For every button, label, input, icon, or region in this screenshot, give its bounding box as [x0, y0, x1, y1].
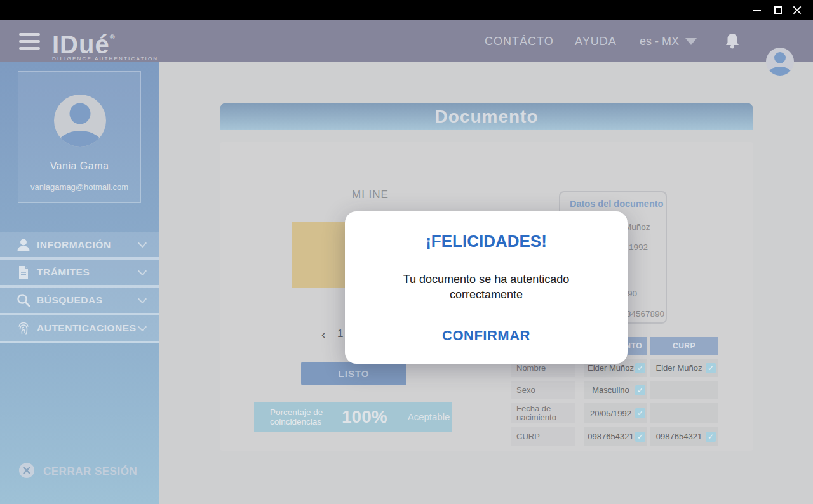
- sidebar-item-label: TRÁMITES: [37, 267, 139, 278]
- os-titlebar: [0, 0, 813, 20]
- curp-value-cell: 0987654321 ✓: [650, 427, 718, 446]
- user-avatar[interactable]: [766, 48, 794, 76]
- logo-title: IDué®: [52, 23, 158, 58]
- search-icon: [17, 293, 30, 307]
- pagination-prev-icon[interactable]: ‹: [321, 328, 325, 342]
- confirm-button[interactable]: CONFIRMAR: [345, 328, 628, 344]
- notifications-bell-icon[interactable]: [725, 33, 740, 50]
- document-data-value: 34567890: [626, 309, 664, 319]
- sidebar-item-tramites[interactable]: TRÁMITES: [0, 260, 159, 288]
- chevron-down-icon: [138, 322, 147, 331]
- caret-down-icon: [685, 38, 697, 45]
- checkbox-checked[interactable]: ✓: [635, 363, 645, 373]
- document-data-value: 1992: [629, 242, 648, 252]
- language-value: es - MX: [640, 35, 679, 48]
- success-modal: ¡FELICIDADES! Tu documento se ha autenti…: [345, 211, 628, 364]
- profile-card: Vania Gama vaniagamag@hotmail.com: [18, 71, 141, 203]
- sidebar: Vania Gama vaniagamag@hotmail.com INFORM…: [0, 62, 159, 504]
- row-label: CURP: [511, 427, 575, 446]
- document-data-value: Muñoz: [624, 222, 650, 232]
- close-circle-icon: [19, 463, 34, 481]
- checkbox-checked[interactable]: ✓: [635, 408, 645, 418]
- sidebar-item-label: BÚSQUEDAS: [37, 295, 139, 306]
- table-row: Fecha de nacimiento 20/05/1992 ✓ ✓: [511, 403, 718, 423]
- curp-value-cell: ✓: [650, 381, 718, 399]
- checkbox-checked[interactable]: ✓: [635, 385, 645, 395]
- listo-button[interactable]: LISTO: [301, 362, 406, 385]
- table-row: CURP 0987654321 ✓ 0987654321 ✓: [511, 427, 718, 446]
- document-data-title: Datos del documento: [570, 199, 697, 209]
- match-percentage-bar: Porcentaje de coincidencias 100% Aceptab…: [254, 402, 452, 432]
- modal-message: Tu documento se ha autenticado correctam…: [378, 272, 595, 302]
- doc-value-cell: Masculino ✓: [584, 381, 647, 399]
- minimize-icon: [753, 10, 761, 11]
- close-icon: [793, 6, 802, 15]
- curp-value-cell: ✓: [650, 403, 718, 423]
- sidebar-item-busquedas[interactable]: BÚSQUEDAS: [0, 288, 159, 315]
- match-label: Porcentaje de coincidencias: [270, 408, 330, 427]
- table-row: Sexo Masculino ✓ ✓: [511, 381, 718, 399]
- profile-avatar: [54, 95, 106, 147]
- match-status: Aceptable: [408, 411, 450, 422]
- row-label: Fecha de nacimiento: [511, 403, 575, 423]
- chevron-down-icon: [138, 239, 147, 248]
- maximize-icon: [774, 6, 782, 14]
- sidebar-item-informacion[interactable]: INFORMACIÓN: [0, 232, 159, 260]
- nav-help-link[interactable]: AYUDA: [575, 20, 617, 62]
- curp-value-cell: Eider Muñoz ✓: [650, 359, 718, 377]
- checkbox-checked[interactable]: ✓: [706, 432, 716, 442]
- chevron-down-icon: [138, 294, 147, 303]
- sidebar-item-label: AUTENTICACIONES: [37, 322, 139, 334]
- document-name-label: MI INE: [313, 189, 427, 201]
- menu-hamburger-icon[interactable]: [19, 33, 40, 50]
- pagination-page-number: 1: [337, 328, 343, 340]
- profile-name: Vania Gama: [18, 161, 140, 172]
- sidebar-item-autenticaciones[interactable]: AUTENTICACIONES: [0, 315, 159, 343]
- profile-email: vaniagamag@hotmail.com: [18, 182, 140, 192]
- doc-value-cell: 20/05/1992 ✓: [584, 403, 647, 423]
- row-label: Sexo: [511, 381, 575, 399]
- doc-value-cell: 0987654321 ✓: [584, 427, 647, 446]
- document-icon: [17, 265, 30, 279]
- checkbox-checked[interactable]: ✓: [706, 363, 716, 373]
- document-data-value: 90: [628, 289, 637, 298]
- column-header-curp: CURP: [650, 337, 718, 355]
- person-icon: [17, 238, 30, 252]
- app-header: IDué® DILIGENCE AUTHENTICATION CONTÁCTO …: [0, 20, 813, 62]
- app-logo[interactable]: IDué® DILIGENCE AUTHENTICATION: [52, 23, 158, 62]
- fingerprint-icon: [17, 321, 30, 335]
- maximize-button[interactable]: [767, 0, 789, 20]
- logo-subtitle: DILIGENCE AUTHENTICATION: [52, 56, 158, 62]
- chevron-down-icon: [138, 266, 147, 275]
- close-button[interactable]: [786, 0, 808, 20]
- modal-title: ¡FELICIDADES!: [345, 232, 628, 251]
- sidebar-item-label: INFORMACIÓN: [37, 239, 139, 251]
- app-window: IDué® DILIGENCE AUTHENTICATION CONTÁCTO …: [0, 0, 813, 504]
- minimize-button[interactable]: [746, 0, 767, 20]
- logout-button[interactable]: CERRAR SESIÓN: [19, 463, 137, 481]
- match-value: 100%: [342, 407, 387, 427]
- checkbox-checked[interactable]: ✓: [635, 432, 645, 442]
- page-title: Documento: [220, 103, 753, 130]
- nav-contact-link[interactable]: CONTÁCTO: [485, 20, 554, 62]
- logout-label: CERRAR SESIÓN: [43, 465, 137, 478]
- sidebar-nav: INFORMACIÓN TRÁMITES BÚSQUEDAS: [0, 232, 159, 343]
- language-selector[interactable]: es - MX: [640, 20, 697, 62]
